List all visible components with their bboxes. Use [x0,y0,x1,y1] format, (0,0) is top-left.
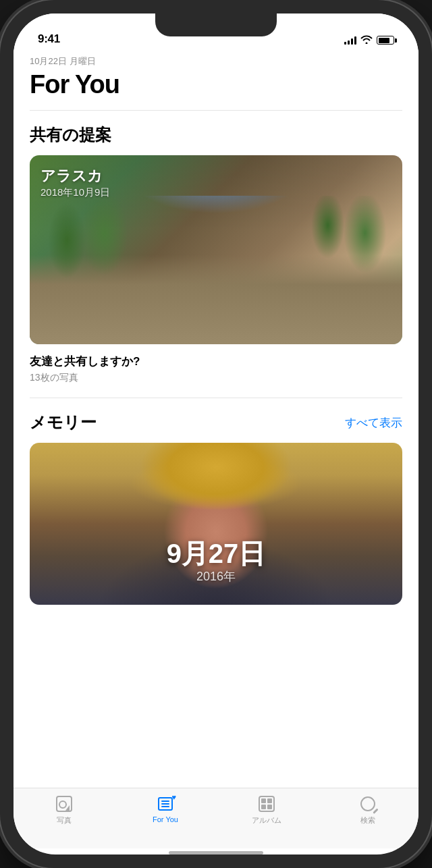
home-indicator [169,851,263,855]
sharing-section-title: 共有の提案 [30,124,111,146]
tab-albums-label: アルバム [252,815,281,825]
photo-text-overlay: アラスカ 2018年10月9日 [40,166,110,199]
tab-search[interactable]: 検索 [341,795,395,825]
page-title: For You [30,70,402,99]
phone-frame: 9:41 10月22 [0,0,432,868]
memory-card[interactable]: 9月27日 2016年 [30,443,402,605]
sharing-section-header: 共有の提案 [30,124,402,146]
share-question: 友達と共有しますか? [30,354,402,369]
status-icons [344,34,394,46]
memory-year: 2016年 [30,568,402,585]
photos-tab-icon [55,795,74,813]
notch [155,13,277,36]
search-tab-icon [358,795,377,813]
photo-date: 2018年10月9日 [40,186,110,199]
tab-photos-label: 写真 [57,815,72,825]
memories-title: メモリー [30,412,97,433]
memory-date: 9月27日 [30,539,402,568]
page-header: 10月22日 月曜日 For You [14,50,418,110]
phone-screen: 9:41 10月22 [14,13,418,855]
memories-show-all-button[interactable]: すべて表示 [345,415,402,431]
tab-search-label: 検索 [360,815,375,825]
memories-section-header: メモリー すべて表示 [30,412,402,433]
status-time: 9:41 [38,32,60,46]
tab-photos[interactable]: 写真 [37,795,91,825]
tab-foryou[interactable]: ♥ For You [138,795,192,823]
sharing-section: 共有の提案 アラスカ 2018年10月9日 友達と共有しますか? 13枚の写真 [14,111,418,384]
alaska-photo-card[interactable]: アラスカ 2018年10月9日 [30,155,402,344]
tab-foryou-label: For You [153,815,178,823]
battery-icon [377,36,394,45]
share-count: 13枚の写真 [30,372,402,384]
tab-bar: 写真 ♥ For You [14,788,418,848]
memories-section: メモリー すべて表示 9月27日 2016年 [14,398,418,605]
header-date: 10月22日 月曜日 [30,55,402,67]
signal-bars-icon [344,36,356,45]
wifi-icon [360,34,373,46]
tab-albums[interactable]: アルバム [240,795,294,825]
photo-location: アラスカ [40,166,110,186]
content-area[interactable]: 10月22日 月曜日 For You 共有の提案 アラスカ 20 [14,50,418,788]
foryou-tab-icon: ♥ [156,795,175,813]
albums-tab-icon [257,795,276,813]
memory-text-overlay: 9月27日 2016年 [30,539,402,585]
